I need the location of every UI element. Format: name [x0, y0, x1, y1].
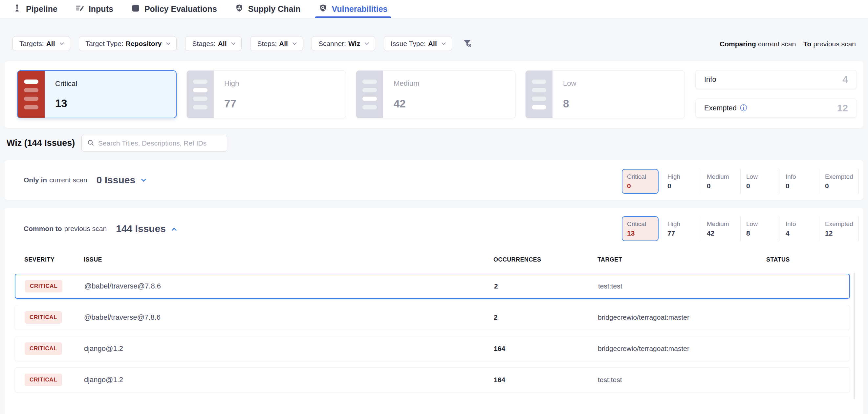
chip-info[interactable]: Info0 [780, 169, 819, 194]
column-header-status: STATUS [766, 256, 790, 263]
top-tab-bar: Pipeline Inputs Policy Evaluations Suppl… [0, 0, 868, 19]
severity-label: Critical [55, 80, 77, 88]
compare-scans-label: Comparingcurrent scan Toprevious scan [720, 40, 858, 48]
target-cell: bridgecrewio/terragoat:master [598, 314, 689, 321]
target-type-filter[interactable]: Target Type:Repository [79, 36, 177, 51]
severity-card-high[interactable]: High77 [186, 70, 346, 118]
severity-badge: CRITICAL [25, 343, 62, 355]
filter-value: Repository [126, 40, 162, 48]
filter-label: Scanner: [318, 40, 346, 48]
filter-value: All [46, 40, 55, 48]
severity-bars-icon [526, 71, 553, 118]
filter-label: Targets: [19, 40, 44, 48]
tab-policy-evaluations[interactable]: Policy Evaluations [131, 0, 217, 18]
severity-summary-panel: Critical13 High77 Medium42 Low8 Info 4 E… [5, 61, 863, 128]
scanner-title: Wiz (144 Issues) [6, 138, 75, 148]
tab-label: Pipeline [26, 4, 57, 14]
only-in-current-scan-section: Only in current scan 0 Issues Critical0 … [5, 160, 863, 200]
filter-clear-icon [462, 38, 472, 49]
exempted-label: Exempted [704, 104, 737, 112]
column-header-occurrences: OCCURRENCES [493, 256, 541, 263]
filter-value: Wiz [348, 40, 360, 48]
filter-value: All [428, 40, 437, 48]
to-value: previous scan [813, 40, 856, 48]
chip-critical[interactable]: Critical13 [622, 216, 658, 241]
section-prefix: current scan [49, 176, 87, 184]
filter-value: All [218, 40, 227, 48]
chip-medium[interactable]: Medium0 [701, 169, 741, 194]
table-row[interactable]: CRITICAL django@1.2 164 bridgecrewio/ter… [15, 336, 850, 361]
search-box [82, 135, 227, 152]
chip-critical[interactable]: Critical0 [622, 169, 658, 194]
occurrences-cell: 2 [494, 282, 498, 290]
tab-vulnerabilities[interactable]: Vulnerabilities [318, 0, 388, 18]
tab-inputs[interactable]: Inputs [75, 0, 113, 18]
comparing-value: current scan [758, 40, 796, 48]
chevron-down-icon [441, 41, 446, 45]
target-cell: bridgecrewio/terragoat:master [598, 345, 689, 353]
table-row[interactable]: CRITICAL @babel/traverse@7.8.6 2 bridgec… [15, 305, 850, 330]
severity-card-critical[interactable]: Critical13 [17, 70, 177, 118]
issue-cell: @babel/traverse@7.8.6 [84, 313, 160, 322]
chevron-down-icon [166, 41, 171, 45]
severity-bars-icon [18, 71, 45, 118]
chip-info[interactable]: Info4 [780, 216, 819, 241]
chip-medium[interactable]: Medium42 [701, 216, 741, 241]
severity-count: 42 [394, 97, 419, 110]
common-to-previous-scan-toggle[interactable]: Common to previous scan 144 Issues [24, 208, 176, 250]
occurrences-cell: 164 [494, 376, 505, 384]
chip-exempted[interactable]: Exempted0 [819, 169, 859, 194]
scanner-filter[interactable]: Scanner:Wiz [312, 36, 375, 51]
info-card[interactable]: Info 4 [695, 70, 857, 89]
only-in-current-scan-toggle[interactable]: Only in current scan 0 Issues [24, 160, 146, 200]
chip-low[interactable]: Low8 [741, 216, 780, 241]
search-input[interactable] [98, 139, 222, 147]
issue-cell: django@1.2 [84, 376, 123, 384]
severity-count: 13 [55, 97, 77, 110]
tab-supply-chain[interactable]: Supply Chain [235, 0, 301, 18]
table-row[interactable]: CRITICAL django@1.2 164 test:test [15, 367, 850, 392]
severity-card-medium[interactable]: Medium42 [356, 70, 516, 118]
severity-bars-icon [356, 71, 383, 118]
severity-label: Medium [394, 79, 419, 88]
search-icon [87, 139, 95, 148]
issue-type-filter[interactable]: Issue Type:All [384, 36, 452, 51]
filter-row: Targets:All Target Type:Repository Stage… [12, 36, 472, 51]
chip-low[interactable]: Low0 [741, 169, 780, 194]
severity-count: 77 [224, 97, 239, 110]
filter-value: All [279, 40, 288, 48]
severity-bars-icon [187, 71, 214, 118]
severity-count: 8 [563, 97, 576, 110]
stages-filter[interactable]: Stages:All [185, 36, 242, 51]
chevron-down-icon [231, 41, 236, 45]
severity-card-low[interactable]: Low8 [525, 70, 685, 118]
severity-chip-row: Critical0 High0 Medium0 Low0 Info0 Exemp… [622, 169, 859, 194]
tab-label: Inputs [89, 4, 113, 14]
exempted-card[interactable]: Exempted 12 [695, 98, 857, 118]
column-header-target: TARGET [597, 256, 622, 263]
clear-filters-button[interactable] [462, 38, 472, 49]
tab-pipeline[interactable]: Pipeline [12, 0, 57, 18]
section-prefix-bold: Only in [24, 176, 47, 184]
steps-filter[interactable]: Steps:All [250, 36, 303, 51]
table-row[interactable]: CRITICAL @babel/traverse@7.8.6 2 test:te… [15, 274, 850, 299]
chip-exempted[interactable]: Exempted12 [819, 216, 859, 241]
occurrences-cell: 164 [494, 345, 505, 353]
pipeline-icon [12, 4, 22, 15]
chip-high[interactable]: High77 [662, 216, 701, 241]
filter-label: Steps: [257, 40, 277, 48]
chevron-down-icon [141, 176, 147, 182]
target-cell: test:test [598, 376, 622, 384]
chip-high[interactable]: High0 [662, 169, 701, 194]
chevron-down-icon [292, 41, 297, 45]
scrollbar[interactable] [854, 273, 855, 399]
issue-cell: django@1.2 [84, 344, 123, 353]
filter-label: Issue Type: [391, 40, 426, 48]
section-prefix: previous scan [64, 225, 107, 233]
comparing-bold: Comparing [720, 40, 756, 48]
occurrences-cell: 2 [494, 314, 498, 321]
column-header-severity: SEVERITY [24, 256, 55, 263]
chevron-down-icon [365, 41, 369, 45]
to-bold: To [803, 40, 811, 48]
targets-filter[interactable]: Targets:All [12, 36, 70, 51]
